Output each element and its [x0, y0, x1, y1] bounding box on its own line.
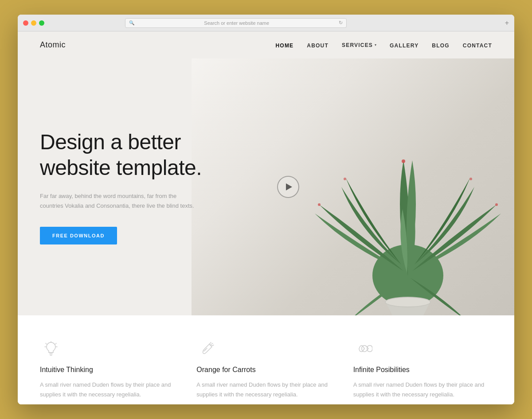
svg-line-18 — [211, 345, 214, 346]
add-tab-button[interactable]: + — [505, 19, 509, 27]
browser-chrome: 🔍 Search or enter website name ↻ + — [18, 15, 514, 31]
feature-desc-1: A small river named Duden flows by their… — [40, 380, 179, 400]
nav-gallery[interactable]: GALLERY — [390, 43, 419, 49]
hero-content: Design a better website template. Far fa… — [18, 129, 262, 244]
minimize-button[interactable] — [31, 20, 36, 26]
hero-section: Design a better website template. Far fa… — [18, 58, 514, 315]
svg-point-7 — [386, 298, 430, 306]
nav-home[interactable]: HOME — [276, 43, 294, 49]
svg-point-1 — [402, 159, 405, 163]
infinity-icon — [353, 338, 376, 360]
succulent-illustration — [266, 72, 514, 315]
navbar: Atomic HOME ABOUT SERVICES ▾ GALLERY BLO… — [18, 31, 514, 58]
play-button[interactable] — [277, 176, 299, 198]
address-text: Search or enter website name — [137, 20, 336, 26]
nav-blog[interactable]: BLOG — [432, 43, 449, 49]
svg-line-17 — [210, 343, 213, 345]
svg-point-5 — [469, 178, 472, 180]
feature-item-1: Intuitive Thinking A small river named D… — [40, 338, 179, 400]
cta-button[interactable]: FREE DOWNLOAD — [40, 227, 117, 244]
feature-title-3: Infinite Posibilities — [353, 366, 492, 374]
feature-desc-2: A small river named Duden flows by their… — [196, 380, 335, 400]
search-icon: 🔍 — [129, 20, 134, 25]
nav-about[interactable]: ABOUT — [307, 43, 329, 49]
svg-line-20 — [205, 348, 207, 350]
svg-line-13 — [55, 343, 56, 344]
carrot-icon — [196, 338, 219, 360]
feature-title-1: Intuitive Thinking — [40, 366, 179, 374]
site-logo[interactable]: Atomic — [40, 40, 66, 50]
fullscreen-button[interactable] — [39, 20, 44, 26]
website-content: Atomic HOME ABOUT SERVICES ▾ GALLERY BLO… — [18, 31, 514, 404]
svg-point-4 — [344, 178, 346, 180]
feature-title-2: Orange for Carrots — [196, 366, 335, 374]
svg-line-12 — [46, 343, 47, 344]
refresh-icon[interactable]: ↻ — [339, 20, 343, 26]
chevron-down-icon: ▾ — [375, 43, 376, 47]
close-button[interactable] — [23, 20, 28, 26]
address-bar[interactable]: 🔍 Search or enter website name ↻ — [125, 18, 347, 28]
feature-item-3: Infinite Posibilities A small river name… — [353, 338, 492, 400]
nav-contact[interactable]: CONTACT — [463, 43, 492, 49]
feature-item-2: Orange for Carrots A small river named D… — [196, 338, 335, 400]
play-icon — [286, 183, 292, 190]
feature-desc-3: A small river named Duden flows by their… — [353, 380, 492, 400]
svg-line-16 — [209, 342, 211, 344]
lightbulb-icon — [40, 338, 62, 360]
traffic-lights — [23, 20, 44, 26]
svg-point-2 — [318, 203, 321, 206]
features-section: Intuitive Thinking A small river named D… — [18, 315, 514, 404]
nav-services[interactable]: SERVICES — [342, 42, 373, 48]
nav-links: HOME ABOUT SERVICES ▾ GALLERY BLOG CONTA… — [276, 41, 493, 49]
browser-window: 🔍 Search or enter website name ↻ + Atomi… — [18, 15, 514, 404]
svg-point-3 — [495, 203, 498, 206]
hero-title: Design a better website template. — [40, 129, 239, 180]
hero-subtitle: Far far away, behind the word mountains,… — [40, 191, 200, 211]
